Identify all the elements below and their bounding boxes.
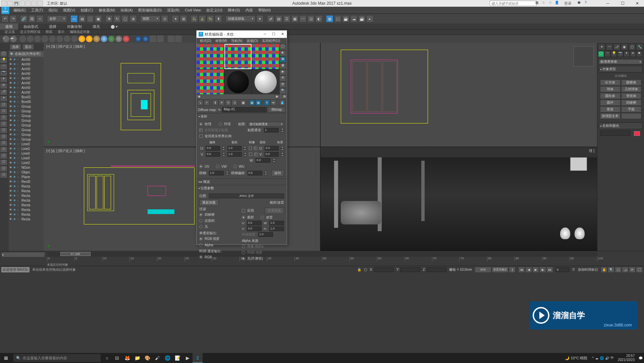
menu-create[interactable]: 创建(C) bbox=[78, 7, 96, 13]
snap-pct-icon[interactable]: % bbox=[207, 15, 214, 22]
clock[interactable]: 20:57 2021/10/23 bbox=[615, 354, 637, 362]
freeze-icon[interactable]: ❄ bbox=[13, 152, 17, 155]
bluroff-spinner[interactable]: 0.0 bbox=[248, 171, 262, 175]
toggle-ribbon-icon[interactable]: ▦ bbox=[291, 15, 299, 22]
viewcube-icon[interactable] bbox=[570, 157, 587, 171]
env-op1-icon[interactable] bbox=[19, 36, 26, 42]
visibility-icon[interactable]: 👁 bbox=[9, 100, 13, 103]
w-angle-spinbtn[interactable]: ▴▾ bbox=[272, 158, 276, 163]
menu-civil[interactable]: Civil View bbox=[182, 7, 203, 13]
crop-u-spinner[interactable]: 0.0 bbox=[247, 221, 262, 225]
taskbar-search[interactable]: 🔍 在这里输入你要搜索的内容 bbox=[13, 354, 101, 362]
zoomext-icon[interactable]: ▢ bbox=[615, 267, 622, 273]
time-slider[interactable]: 0 / 100 bbox=[60, 252, 91, 256]
freeze-icon[interactable]: ❄ bbox=[13, 218, 17, 221]
cmd-rollup-namecolor-head[interactable]: 名称和颜色 bbox=[599, 122, 643, 129]
se-filter-cam-icon[interactable]: 📷 bbox=[0, 70, 7, 76]
mat-editor-icon[interactable]: ◐ bbox=[315, 15, 323, 22]
freeze-icon[interactable]: ❄ bbox=[13, 119, 17, 122]
env-final-icon[interactable] bbox=[175, 36, 182, 42]
layer-icon[interactable]: ☰ bbox=[283, 15, 290, 22]
viewport-front[interactable] bbox=[321, 43, 597, 147]
mat-close-button[interactable]: ✕ bbox=[280, 32, 285, 37]
undo-icon[interactable]: ↶ bbox=[1, 15, 9, 22]
uv-radio[interactable] bbox=[199, 165, 203, 168]
freeze-icon[interactable]: ❄ bbox=[13, 171, 17, 174]
list-item[interactable]: 👁❄▫Line0 bbox=[9, 146, 44, 151]
list-item[interactable]: 👁❄▫Group bbox=[9, 113, 44, 118]
se-filter-space-icon[interactable]: ≋ bbox=[0, 83, 7, 89]
list-item[interactable]: 👁❄▫Box01 bbox=[9, 95, 44, 99]
list-item[interactable]: 👁❄▫Group bbox=[9, 132, 44, 137]
render-setup-icon[interactable]: ▦ bbox=[326, 15, 333, 22]
mat-mapping-dropdown[interactable]: 显式贴图通道 bbox=[248, 122, 284, 126]
primitive-button[interactable] bbox=[621, 113, 642, 119]
placement-icon[interactable]: ⊕ bbox=[129, 15, 137, 22]
cortana-icon[interactable]: ○ bbox=[102, 353, 112, 363]
env-sun2-icon[interactable] bbox=[86, 36, 93, 42]
list-item[interactable]: 👁❄▫Recta bbox=[9, 193, 44, 198]
rgbout-rgb-radio[interactable] bbox=[199, 255, 203, 259]
explorer-icon[interactable]: 📁 bbox=[132, 353, 142, 363]
ribbon-expand-icon[interactable]: ⬤ ▾ bbox=[105, 23, 123, 30]
mat-slot-2[interactable] bbox=[224, 44, 252, 69]
visibility-icon[interactable]: 👁 bbox=[9, 82, 13, 85]
visibility-icon[interactable]: 👁 bbox=[9, 138, 13, 141]
cmd-sub-cam-icon[interactable]: 📷 bbox=[617, 51, 623, 57]
visibility-icon[interactable]: 👁 bbox=[9, 96, 13, 99]
alpha-img-radio[interactable] bbox=[242, 245, 245, 248]
jitter-spinner[interactable]: 1.0 bbox=[258, 232, 273, 237]
menu-group[interactable]: 组(G) bbox=[46, 7, 60, 13]
align-icon[interactable]: ▤ bbox=[275, 15, 282, 22]
visibility-icon[interactable]: 👁 bbox=[9, 208, 13, 211]
tray-net-icon[interactable]: 🌐 bbox=[600, 356, 604, 360]
mat-title-bar[interactable]: 3 材质编辑器 - 木纹 ─ ☐ ✕ bbox=[197, 31, 287, 38]
vp-top-label[interactable]: [+] [顶 ] [用户定义 ] [线框 ] bbox=[46, 44, 85, 49]
visibility-icon[interactable]: 👁 bbox=[9, 147, 13, 150]
freeze-icon[interactable]: ❄ bbox=[13, 143, 17, 146]
freeze-icon[interactable]: ❄ bbox=[13, 175, 17, 178]
filter-sa-radio[interactable] bbox=[199, 219, 203, 222]
list-item[interactable]: 👁❄▫Arch0 bbox=[9, 57, 44, 62]
autokey-button[interactable]: 自动 bbox=[475, 267, 491, 273]
visibility-icon[interactable]: 👁 bbox=[9, 194, 13, 197]
primitive-button[interactable]: 平面 bbox=[621, 106, 642, 112]
menu-views[interactable]: 视图(V) bbox=[60, 7, 78, 13]
mat-scroll-right[interactable]: ▶ bbox=[275, 95, 279, 99]
mirror-icon[interactable]: ⇄ bbox=[267, 15, 274, 22]
workspace-label[interactable]: 工作区: 默认 bbox=[47, 1, 67, 6]
move-icon[interactable]: ✥ bbox=[105, 15, 113, 22]
v-mirror-check[interactable] bbox=[249, 153, 252, 156]
primitive-button[interactable]: 几何球体 bbox=[621, 86, 642, 92]
vp-left-label[interactable]: [+] [左 ] [用户定义 ] [线框 ] bbox=[46, 149, 85, 153]
mat-showmap-icon[interactable]: ▦ bbox=[249, 100, 255, 106]
w-angle-spinner[interactable]: 0.0 bbox=[256, 158, 270, 163]
mat-side-3x2-icon[interactable]: ⊞ bbox=[279, 82, 286, 88]
mat-slot-5[interactable] bbox=[224, 69, 252, 95]
freeze-icon[interactable]: ❄ bbox=[13, 124, 17, 127]
tray-cloud-icon[interactable]: ☁ bbox=[595, 356, 598, 360]
select-icon[interactable]: ▭ bbox=[70, 15, 78, 22]
freeze-icon[interactable]: ❄ bbox=[13, 67, 17, 70]
tray-ime-icon[interactable]: 中 bbox=[610, 356, 614, 360]
list-item[interactable]: 👁❄▫Recta bbox=[9, 217, 44, 221]
exchange-icon[interactable]: ⬣ bbox=[576, 1, 582, 6]
freeze-icon[interactable]: ❄ bbox=[13, 72, 17, 75]
primitive-button[interactable]: 球体 bbox=[600, 86, 621, 92]
se-filter-12-icon[interactable]: ▢ bbox=[0, 121, 7, 127]
list-item[interactable]: 👁❄▫Objec bbox=[9, 170, 44, 174]
se-filter-18-icon[interactable]: ▢ bbox=[0, 159, 7, 165]
se-filter-bone-icon[interactable]: ⎇ bbox=[0, 89, 7, 95]
primitive-button[interactable]: 圆环 bbox=[600, 100, 621, 106]
visibility-icon[interactable]: 👁 bbox=[9, 119, 13, 122]
zoom-icon[interactable]: 🔍 bbox=[608, 267, 614, 273]
wu-radio[interactable] bbox=[233, 165, 237, 168]
menu-graph[interactable]: 图形编辑器(D) bbox=[136, 7, 164, 13]
visibility-icon[interactable]: 👁 bbox=[9, 143, 13, 146]
rsub-sim[interactable]: 模拟 bbox=[44, 30, 54, 35]
mat-scroll-grid[interactable]: ⊞ bbox=[282, 95, 287, 99]
selection-filter-dropdown[interactable]: 全部 bbox=[47, 15, 67, 22]
cmd-tab-modify-icon[interactable]: 〰 bbox=[606, 44, 613, 50]
visibility-icon[interactable]: 👁 bbox=[9, 63, 13, 66]
list-item[interactable]: 👁❄▫Group bbox=[9, 127, 44, 132]
